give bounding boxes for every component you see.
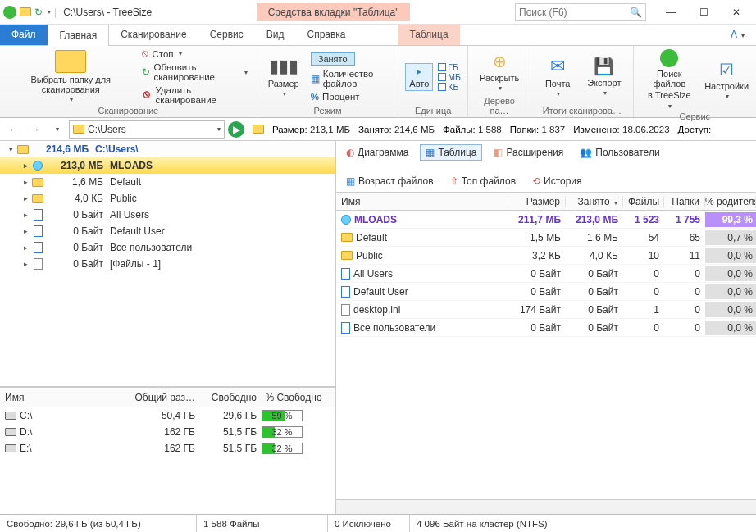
status-cluster: 4 096 Байт на кластер (NTFS) [410,515,756,532]
expand-tree-button[interactable]: ⊕ Раскрыть ▾ [475,50,524,93]
qat-open-icon[interactable] [20,7,31,16]
tab-scan[interactable]: Сканирование [109,25,198,45]
shortcut-icon [34,242,43,253]
tree-row[interactable]: ▸0 БайтAll Users [0,207,335,223]
chevron-right-icon[interactable]: ▸ [20,178,31,186]
drive-row[interactable]: C:\50,4 ГБ29,6 ГБ59 % [0,407,335,424]
drive-header-free[interactable]: Свободно [195,392,257,403]
mail-button[interactable]: ✉ Почта ▾ [538,54,577,99]
path-dropdown-icon[interactable]: ▾ [217,125,221,133]
remove-scan-button[interactable]: 🛇Удалить сканирование [139,84,249,106]
titlebar: ↻ ▾ | C:\Users\ - TreeSize Средства вкла… [0,0,756,25]
qat-dropdown-icon[interactable]: ▾ [48,8,51,16]
size-mode-button[interactable]: ▮▮▮ Размер ▾ [264,54,303,99]
unit-gb-button[interactable]: ГБ [438,62,461,72]
select-folder-button[interactable]: Выбрать папку для сканирования ▾ [7,48,134,105]
chevron-down-icon[interactable]: ▾ [5,145,16,153]
drive-header-total[interactable]: Общий раз… [134,392,195,403]
table-row[interactable]: Public3,2 КБ4,0 КБ10110,0 % [336,247,756,265]
chevron-down-icon: ▾ [70,96,73,103]
tab-table-view[interactable]: ▦Таблица [420,144,482,161]
path-input[interactable]: C:\Users ▾ [69,120,225,139]
tree-row[interactable]: ▸1,6 МБDefault [0,174,335,190]
tab-help[interactable]: Справка [295,25,357,45]
chevron-right-icon[interactable]: ▸ [20,260,31,268]
export-icon: 💾 [594,57,614,76]
col-pct[interactable]: % родителя [705,196,756,207]
go-button[interactable]: ▶ [228,121,244,138]
nav-dropdown-button[interactable]: ▾ [48,120,66,139]
file-icon [341,304,350,316]
tab-history[interactable]: ⟲История [527,174,587,189]
expand-icon: ⊕ [493,52,507,71]
drive-row[interactable]: D:\162 ГБ51,5 ГБ32 % [0,424,335,440]
status-bar: Свободно: 29,6 ГБ (из 50,4 ГБ) 1 588 Фай… [0,514,756,532]
search-box[interactable]: 🔍 [515,3,646,21]
chart-icon: ◐ [346,147,354,158]
drive-header-pct[interactable]: % Свободно [257,392,330,403]
chevron-right-icon[interactable]: ▸ [20,194,31,202]
tab-file[interactable]: Файл [0,25,48,45]
tree-row[interactable]: ▸0 БайтDefault User [0,223,335,239]
horizontal-scrollbar[interactable] [336,499,756,514]
filecount-icon: ▦ [311,73,320,84]
tab-home[interactable]: Главная [48,25,110,46]
shortcut-icon [341,268,350,280]
tab-users[interactable]: 👥Пользователи [575,145,664,160]
qat-refresh-icon[interactable]: ↻ [34,7,43,18]
tab-view[interactable]: Вид [255,25,296,45]
tab-extensions[interactable]: ◧Расширения [489,145,568,160]
tree-row[interactable]: ▸213,0 МБMLOADS [0,157,335,174]
tab-service[interactable]: Сервис [198,25,255,45]
tab-age[interactable]: ▦Возраст файлов [341,174,439,189]
auto-unit-button[interactable]: ▸ Авто [405,63,433,91]
check-icon: ☑ [719,60,734,80]
unit-mb-button[interactable]: МБ [438,72,461,82]
chevron-right-icon[interactable]: ▸ [20,161,31,170]
tree-row[interactable]: ▸0 Байт[Файлы - 1] [0,256,335,272]
tab-table[interactable]: Таблица [398,25,460,45]
occupied-mode-button[interactable]: Занято [311,52,355,66]
export-button[interactable]: 💾 Экспорт ▾ [582,55,626,98]
table-row[interactable]: Все пользователи0 Байт0 Байт000,0 % [336,319,756,337]
col-name[interactable]: Имя [336,196,508,207]
tab-top[interactable]: ⇧Топ файлов [445,174,521,189]
search-icon[interactable]: 🔍 [630,7,642,18]
stop-icon: ⦸ [142,48,148,59]
status-free: Свободно: 29,6 ГБ (из 50,4 ГБ) [0,515,197,532]
filecount-mode-button[interactable]: ▦Количество файлов [308,68,392,89]
tree-row[interactable]: ▸0 БайтВсе пользователи [0,239,335,256]
tree-root[interactable]: ▾ 214,6 МБ C:\Users\ [0,141,335,157]
percent-mode-button[interactable]: %Процент [308,91,392,102]
nav-back-button[interactable]: ← [5,120,23,139]
col-dirs[interactable]: Папки [664,196,705,207]
settings-button[interactable]: ☑ Настройки ▾ [704,58,749,102]
table-row[interactable]: Default User0 Байт0 Байт000,0 % [336,283,756,301]
nav-forward-button[interactable]: → [26,120,44,139]
chevron-right-icon[interactable]: ▸ [20,211,31,219]
table-row[interactable]: Default1,5 МБ1,6 МБ54650,7 % [336,229,756,247]
unit-kb-button[interactable]: КБ [438,82,461,92]
col-alloc[interactable]: Занято ▾ [566,196,623,207]
minimize-button[interactable]: — [654,2,687,22]
search-input[interactable] [519,7,630,18]
table-row[interactable]: desktop.ini174 Байт0 Байт100,0 % [336,301,756,319]
drive-header-name[interactable]: Имя [5,392,134,403]
tab-chart[interactable]: ◐Диаграмма [341,145,413,160]
ribbon-tabs: Файл Главная Сканирование Сервис Вид Спр… [0,25,756,46]
close-button[interactable]: ✕ [720,2,753,22]
col-size[interactable]: Размер [508,196,566,207]
filesearch-button[interactable]: Поиск файлов в TreeSize ▾ [640,48,699,111]
chevron-right-icon[interactable]: ▸ [20,227,31,235]
refresh-scan-button[interactable]: ↻Обновить сканирование ▾ [139,61,249,83]
tree-row[interactable]: ▸4,0 КБPublic [0,190,335,207]
drive-row[interactable]: E:\162 ГБ51,5 ГБ32 % [0,440,335,457]
col-files[interactable]: Файлы [623,196,664,207]
table-row[interactable]: MLOADS211,7 МБ213,0 МБ1 5231 75599,3 % [336,211,756,229]
stop-scan-button[interactable]: ⦸Стоп ▾ [139,48,249,60]
maximize-button[interactable]: ☐ [687,2,720,22]
chevron-right-icon[interactable]: ▸ [20,243,31,252]
collapse-ribbon-button[interactable]: ᐱ ▾ [719,25,756,45]
table-row[interactable]: All Users0 Байт0 Байт000,0 % [336,265,756,283]
drive-icon [5,428,16,436]
